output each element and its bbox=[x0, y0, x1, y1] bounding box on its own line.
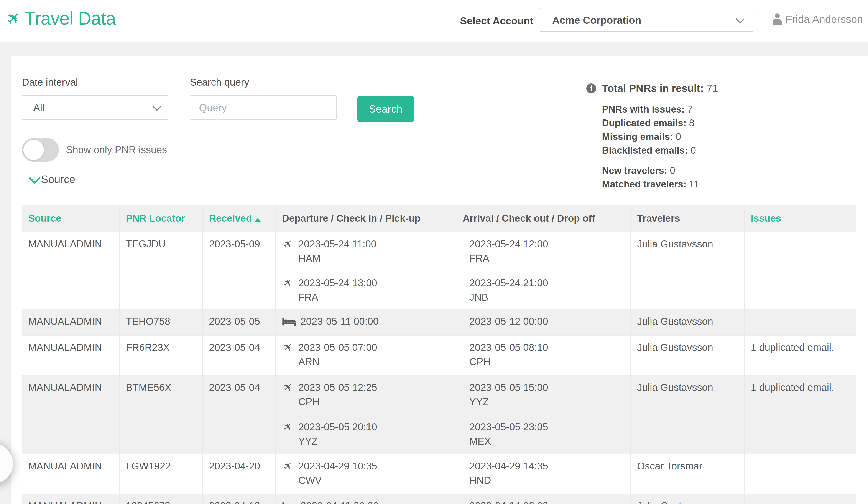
search-query-label: Search query bbox=[190, 76, 249, 88]
cell-source: MANUALADMIN bbox=[22, 232, 119, 309]
dep-location: YYZ bbox=[298, 435, 377, 447]
cell-travelers: Julia Gustavsson bbox=[631, 335, 744, 375]
app-title: Travel Data bbox=[24, 9, 116, 27]
cell-arrival: 2023-04-29 14:35HND bbox=[456, 454, 631, 494]
dep-time: 2023-04-29 10:35 bbox=[298, 460, 377, 472]
main-panel: Date interval All Search query Search Sh… bbox=[10, 56, 868, 504]
search-input[interactable] bbox=[190, 95, 337, 120]
source-section-toggle[interactable]: Source bbox=[30, 173, 75, 186]
pnr-stats: i Total PNRs in result: 71 PNRs with iss… bbox=[586, 82, 718, 192]
departure-segment: ✈2023-05-24 13:00FRA bbox=[276, 271, 456, 309]
cell-received: 2023-04-20 bbox=[203, 454, 276, 494]
dep-time: 2023-05-05 07:00 bbox=[298, 341, 377, 353]
pnr-table: SourcePNR LocatorReceivedDeparture / Che… bbox=[22, 205, 856, 504]
dep-location: CWV bbox=[298, 474, 377, 486]
dep-location: CPH bbox=[298, 396, 377, 408]
arr-time: 2023-05-12 00:00 bbox=[469, 315, 548, 327]
source-section-label: Source bbox=[41, 173, 75, 186]
stat-line: Blacklisted emails: 0 bbox=[602, 145, 718, 156]
column-header-source[interactable]: Source bbox=[22, 205, 119, 232]
cell-issues: 1 duplicated email. bbox=[744, 375, 856, 454]
app-logo[interactable]: ✈ Travel Data bbox=[7, 9, 116, 27]
cell-source: MANUALADMIN bbox=[22, 309, 119, 335]
arr-time: 2023-05-05 23:05 bbox=[469, 421, 548, 433]
stat-line: Duplicated emails: 8 bbox=[602, 118, 718, 128]
search-button[interactable]: Search bbox=[358, 95, 414, 122]
chevron-down-icon bbox=[736, 15, 745, 23]
dep-time: 2023-05-24 13:00 bbox=[298, 277, 377, 289]
dep-location: HAM bbox=[298, 252, 376, 264]
stat-line: Missing emails: 0 bbox=[602, 131, 718, 142]
cell-issues bbox=[744, 494, 856, 504]
column-header-received[interactable]: Received bbox=[203, 205, 276, 232]
table-row: MANUALADMINFR6R23X2023-05-04✈2023-05-05 … bbox=[22, 335, 856, 375]
arr-location: JNB bbox=[469, 291, 548, 303]
departure-segment: 2023-04-11 00:00 bbox=[276, 494, 456, 504]
user-menu[interactable]: Frida Andersson bbox=[773, 13, 863, 25]
date-interval-value: All bbox=[33, 102, 44, 114]
flight-icon: ✈ bbox=[279, 457, 297, 474]
arr-location: CPH bbox=[469, 356, 548, 368]
departure-segment: 2023-05-11 00:00 bbox=[276, 310, 456, 333]
flight-icon: ✈ bbox=[279, 274, 297, 291]
cell-received: 2023-05-05 bbox=[203, 309, 276, 335]
cell-travelers: Julia Gustavsson bbox=[631, 494, 744, 504]
cell-arrival: 2023-05-05 08:10CPH bbox=[456, 335, 631, 375]
arr-time: 2023-05-05 08:10 bbox=[469, 341, 548, 353]
stat-total-value: 71 bbox=[706, 82, 718, 94]
table-header-row: SourcePNR LocatorReceivedDeparture / Che… bbox=[22, 205, 856, 232]
arr-location: MEX bbox=[469, 435, 548, 447]
stat-total: i Total PNRs in result: 71 bbox=[586, 82, 718, 94]
table-body: MANUALADMINTEGJDU2023-05-09✈2023-05-24 1… bbox=[22, 232, 856, 504]
dep-time: 2023-05-24 11:00 bbox=[298, 238, 376, 250]
arrival-segment: 2023-04-29 14:35HND bbox=[456, 454, 630, 492]
stat-line: New travelers: 0 bbox=[602, 165, 718, 176]
date-interval-select[interactable]: All bbox=[22, 95, 168, 120]
cell-source: MANUALADMIN bbox=[22, 454, 119, 494]
cell-source: MANUALADMIN bbox=[22, 494, 119, 504]
table-row: MANUALADMINTEGJDU2023-05-09✈2023-05-24 1… bbox=[22, 232, 856, 309]
cell-pnr-locator: LGW1922 bbox=[119, 454, 203, 494]
arrival-segment: 2023-05-05 08:10CPH bbox=[456, 336, 630, 373]
cell-issues: 1 duplicated email. bbox=[744, 335, 856, 375]
cell-arrival: 2023-04-14 00:00 bbox=[456, 494, 631, 504]
cell-travelers: Oscar Torsmar bbox=[631, 454, 744, 494]
select-account-label: Select Account bbox=[460, 15, 534, 27]
arr-time: 2023-05-24 12:00 bbox=[469, 238, 548, 250]
dep-time: 2023-05-05 20:10 bbox=[298, 421, 377, 433]
arrival-segment: 2023-05-12 00:00 bbox=[456, 310, 630, 333]
arrival-segment: 2023-04-14 00:00 bbox=[456, 494, 630, 504]
arr-location: HND bbox=[469, 474, 548, 486]
account-select[interactable]: Acme Corporation bbox=[540, 8, 753, 32]
dep-location: ARN bbox=[298, 356, 377, 368]
arr-time: 2023-04-14 00:00 bbox=[469, 500, 548, 504]
departure-segment: ✈2023-04-29 10:35CWV bbox=[276, 454, 456, 492]
stat-group-2: New travelers: 0Matched travelers: 11 bbox=[586, 165, 718, 190]
column-header-departure: Departure / Check in / Pick-up bbox=[276, 205, 456, 232]
pnr-issues-toggle[interactable] bbox=[22, 138, 59, 162]
cell-departure: 2023-05-11 00:00 bbox=[276, 309, 456, 335]
cell-arrival: 2023-05-12 00:00 bbox=[456, 309, 631, 335]
column-header-pnr[interactable]: PNR Locator bbox=[119, 205, 203, 232]
dep-time: 2023-04-11 00:00 bbox=[301, 500, 379, 504]
stat-group-1: PNRs with issues: 7Duplicated emails: 8M… bbox=[586, 104, 718, 156]
arrival-segment: 2023-05-24 21:00JNB bbox=[456, 271, 630, 309]
person-icon bbox=[773, 13, 782, 25]
dep-time: 2023-05-11 00:00 bbox=[301, 315, 379, 327]
cell-arrival: 2023-05-24 12:00FRA2023-05-24 21:00JNB bbox=[456, 232, 631, 309]
arr-location: YYZ bbox=[469, 396, 548, 408]
arr-location: FRA bbox=[469, 252, 548, 264]
chevron-down-icon bbox=[153, 102, 161, 111]
flight-icon: ✈ bbox=[279, 418, 297, 435]
sort-asc-icon bbox=[255, 218, 261, 222]
cell-received: 2023-05-04 bbox=[203, 375, 276, 454]
plane-icon: ✈ bbox=[3, 7, 24, 29]
cell-pnr-locator: FR6R23X bbox=[119, 335, 203, 375]
cell-issues bbox=[744, 309, 856, 335]
stat-total-label: Total PNRs in result bbox=[602, 82, 700, 94]
cell-pnr-locator: TEHO758 bbox=[119, 309, 203, 335]
table-row: MANUALADMINLGW19222023-04-20✈2023-04-29 … bbox=[22, 454, 856, 494]
column-header-issues[interactable]: Issues bbox=[744, 205, 856, 232]
cell-travelers: Julia Gustavsson bbox=[631, 232, 744, 309]
info-circle-icon: i bbox=[586, 83, 596, 93]
